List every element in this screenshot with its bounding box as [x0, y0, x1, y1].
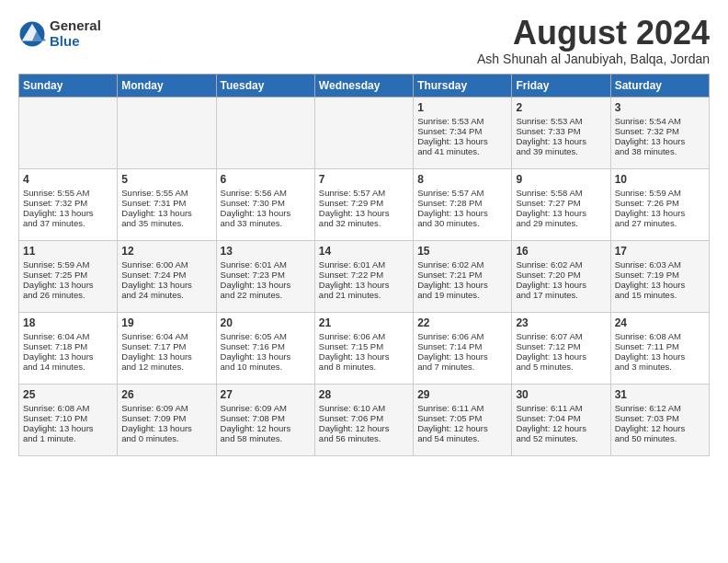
day-info-line: and 27 minutes.: [615, 218, 705, 228]
header-cell-thursday: Thursday: [414, 74, 512, 97]
day-number: 8: [417, 173, 507, 186]
day-info-line: and 21 minutes.: [319, 290, 409, 300]
week-row-1: 1Sunrise: 5:53 AMSunset: 7:34 PMDaylight…: [19, 97, 710, 168]
day-info-line: and 22 minutes.: [221, 290, 311, 300]
day-info-line: Daylight: 13 hours: [121, 423, 211, 433]
day-info-line: Sunset: 7:33 PM: [516, 126, 606, 136]
day-info-line: Sunrise: 6:01 AM: [221, 259, 311, 270]
day-info-line: and 32 minutes.: [319, 218, 409, 228]
subtitle: Ash Shunah al Janubiyah, Balqa, Jordan: [477, 52, 710, 66]
day-info-line: Daylight: 12 hours: [615, 423, 705, 433]
day-info-line: and 24 minutes.: [121, 290, 211, 300]
day-number: 18: [23, 316, 113, 329]
day-number: 9: [516, 173, 606, 186]
day-info-line: Daylight: 13 hours: [221, 351, 311, 362]
logo-general: General: [50, 18, 101, 34]
day-info-line: Sunset: 7:21 PM: [417, 270, 507, 280]
day-info-line: Sunset: 7:24 PM: [121, 270, 211, 280]
day-info-line: Sunset: 7:03 PM: [615, 413, 705, 423]
day-cell: 30Sunrise: 6:11 AMSunset: 7:04 PMDayligh…: [512, 384, 610, 455]
day-info-line: Daylight: 13 hours: [615, 136, 705, 146]
day-info-line: Daylight: 13 hours: [516, 208, 606, 218]
day-info-line: Sunset: 7:06 PM: [319, 413, 409, 423]
day-info-line: Sunrise: 5:57 AM: [417, 188, 507, 198]
day-info-line: Sunrise: 6:02 AM: [516, 259, 606, 270]
day-number: 6: [221, 173, 311, 186]
day-number: 15: [417, 245, 507, 258]
day-info-line: and 54 minutes.: [417, 433, 507, 443]
day-cell: 19Sunrise: 6:04 AMSunset: 7:17 PMDayligh…: [118, 312, 216, 384]
day-info-line: Daylight: 13 hours: [121, 208, 211, 218]
calendar-header: SundayMondayTuesdayWednesdayThursdayFrid…: [19, 74, 710, 97]
day-cell: 9Sunrise: 5:58 AMSunset: 7:27 PMDaylight…: [512, 168, 610, 240]
day-info-line: Sunset: 7:20 PM: [516, 270, 606, 280]
day-cell: 17Sunrise: 6:03 AMSunset: 7:19 PMDayligh…: [610, 240, 709, 312]
day-number: 30: [516, 388, 606, 401]
day-info-line: and 26 minutes.: [23, 290, 113, 300]
day-info-line: and 29 minutes.: [516, 218, 606, 228]
day-cell: 1Sunrise: 5:53 AMSunset: 7:34 PMDaylight…: [414, 97, 512, 168]
day-info-line: and 7 minutes.: [417, 362, 507, 372]
header-cell-friday: Friday: [512, 74, 610, 97]
day-info-line: Sunset: 7:30 PM: [221, 198, 311, 208]
day-info-line: Sunrise: 5:55 AM: [121, 188, 211, 198]
day-info-line: Daylight: 12 hours: [516, 423, 606, 433]
day-info-line: Daylight: 13 hours: [417, 136, 507, 146]
day-info-line: Sunrise: 6:05 AM: [221, 331, 311, 341]
day-info-line: Sunset: 7:32 PM: [23, 198, 113, 208]
day-number: 7: [319, 173, 409, 186]
week-row-3: 11Sunrise: 5:59 AMSunset: 7:25 PMDayligh…: [19, 240, 710, 312]
day-cell: 29Sunrise: 6:11 AMSunset: 7:05 PMDayligh…: [414, 384, 512, 455]
week-row-2: 4Sunrise: 5:55 AMSunset: 7:32 PMDaylight…: [19, 168, 710, 240]
page: General Blue August 2024 Ash Shunah al J…: [0, 0, 728, 465]
day-number: 19: [121, 316, 211, 329]
day-info-line: Sunset: 7:08 PM: [221, 413, 311, 423]
day-info-line: Daylight: 13 hours: [121, 280, 211, 290]
day-cell: 18Sunrise: 6:04 AMSunset: 7:18 PMDayligh…: [19, 312, 118, 384]
day-info-line: Sunrise: 6:01 AM: [319, 259, 409, 270]
day-info-line: and 15 minutes.: [615, 290, 705, 300]
day-info-line: Sunset: 7:10 PM: [23, 413, 113, 423]
day-info-line: and 58 minutes.: [221, 433, 311, 443]
day-cell: 11Sunrise: 5:59 AMSunset: 7:25 PMDayligh…: [19, 240, 118, 312]
day-info-line: and 10 minutes.: [221, 362, 311, 372]
day-info-line: and 33 minutes.: [221, 218, 311, 228]
day-info-line: Sunset: 7:31 PM: [121, 198, 211, 208]
day-info-line: Daylight: 13 hours: [121, 351, 211, 362]
day-info-line: Sunrise: 6:09 AM: [121, 403, 211, 413]
day-info-line: Sunrise: 6:04 AM: [23, 331, 113, 341]
day-info-line: Daylight: 13 hours: [23, 423, 113, 433]
day-info-line: and 35 minutes.: [121, 218, 211, 228]
day-info-line: Sunrise: 6:09 AM: [221, 403, 311, 413]
day-info-line: Sunrise: 6:11 AM: [417, 403, 507, 413]
day-info-line: Daylight: 12 hours: [319, 423, 409, 433]
day-info-line: Sunset: 7:22 PM: [319, 270, 409, 280]
day-info-line: Daylight: 13 hours: [319, 351, 409, 362]
header-cell-tuesday: Tuesday: [216, 74, 314, 97]
day-number: 5: [121, 173, 211, 186]
day-info-line: Daylight: 13 hours: [516, 280, 606, 290]
day-number: 13: [221, 245, 311, 258]
day-cell: 13Sunrise: 6:01 AMSunset: 7:23 PMDayligh…: [216, 240, 314, 312]
day-number: 3: [615, 101, 705, 114]
day-number: 31: [615, 388, 705, 401]
day-info-line: Daylight: 13 hours: [23, 351, 113, 362]
day-info-line: Daylight: 13 hours: [221, 208, 311, 218]
day-info-line: Sunset: 7:14 PM: [417, 341, 507, 351]
day-info-line: Sunrise: 6:12 AM: [615, 403, 705, 413]
day-info-line: Daylight: 13 hours: [417, 280, 507, 290]
day-number: 12: [121, 245, 211, 258]
day-info-line: Sunset: 7:15 PM: [319, 341, 409, 351]
day-info-line: Sunrise: 6:11 AM: [516, 403, 606, 413]
day-info-line: and 50 minutes.: [615, 433, 705, 443]
day-info-line: Sunrise: 6:02 AM: [417, 259, 507, 270]
day-info-line: Daylight: 13 hours: [417, 351, 507, 362]
week-row-4: 18Sunrise: 6:04 AMSunset: 7:18 PMDayligh…: [19, 312, 710, 384]
day-number: 29: [417, 388, 507, 401]
day-number: 11: [23, 245, 113, 258]
header: General Blue August 2024 Ash Shunah al J…: [18, 15, 710, 66]
day-info-line: Sunrise: 6:07 AM: [516, 331, 606, 341]
day-info-line: Daylight: 12 hours: [417, 423, 507, 433]
day-cell: 4Sunrise: 5:55 AMSunset: 7:32 PMDaylight…: [19, 168, 118, 240]
day-info-line: Sunrise: 6:00 AM: [121, 259, 211, 270]
